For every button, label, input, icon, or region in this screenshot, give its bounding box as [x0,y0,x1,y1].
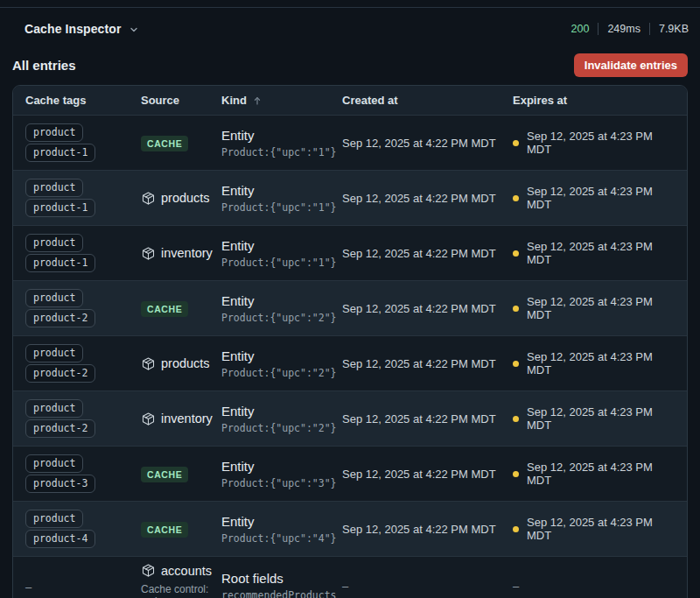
kind-detail: Product:{"upc":"1"} [221,146,342,158]
column-header-cache-tags: Cache tags [25,94,141,107]
created-at-cell: Sep 12, 2025 at 4:22 PM MDT [342,523,513,536]
cache-tag-pill: product [25,179,83,197]
cache-entry-row[interactable]: productproduct-1 products Entity Product… [13,170,687,225]
empty-value-dash: – [513,580,519,593]
empty-value-dash: – [342,580,348,593]
package-icon [141,563,156,578]
kind-title: Entity [221,183,342,198]
package-icon [141,246,156,261]
source-name: products [161,356,210,370]
source-name: products [161,191,210,205]
cache-inspector-panel: Cache Inspector 200 249ms 7.9KB All entr… [0,0,700,598]
created-at-cell: Sep 12, 2025 at 4:22 PM MDT [342,137,513,150]
cache-tags-cell: productproduct-2 [25,397,141,440]
created-at-cell: Sep 12, 2025 at 4:22 PM MDT [342,357,513,370]
cache-inspector-dropdown[interactable]: Cache Inspector [24,22,139,36]
chevron-down-icon [129,25,139,35]
expires-at-value: Sep 12, 2025 at 4:23 PM MDT [527,350,675,376]
cache-entry-row[interactable]: productproduct-4 CACHE Entity Product:{"… [13,501,687,556]
kind-detail: Product:{"upc":"2"} [221,367,342,379]
expiry-dot [513,526,519,532]
source-name: inventory [161,412,213,426]
kind-title: Entity [221,404,342,419]
kind-cell: Entity Product:{"upc":"2"} [221,404,342,434]
cache-entry-row[interactable]: productproduct-1 CACHE Entity Product:{"… [13,115,687,170]
cache-entry-row[interactable]: productproduct-2 inventory Entity Produc… [13,390,687,446]
expires-at-cell: Sep 12, 2025 at 4:23 PM MDT [513,130,675,156]
cache-entry-row[interactable]: productproduct-3 CACHE Entity Product:{"… [13,446,687,501]
cache-entry-row[interactable]: – accountsCache control:private Root fie… [13,556,687,598]
kind-cell: Entity Product:{"upc":"4"} [221,514,342,545]
expires-at-cell: Sep 12, 2025 at 4:23 PM MDT [513,405,675,432]
cache-tag-pill: product [25,399,83,418]
kind-title: Entity [221,459,342,474]
created-at-cell: Sep 12, 2025 at 4:22 PM MDT [342,468,513,481]
kind-detail: Product:{"upc":"4"} [221,532,342,545]
cache-tag-pill: product-1 [25,144,95,162]
kind-title: Root fields [221,571,342,586]
cache-entry-row[interactable]: productproduct-2 products Entity Product… [13,335,687,390]
kind-title: Entity [221,238,342,253]
subgraph-source: products [141,191,221,206]
expires-at-value: Sep 12, 2025 at 4:23 PM MDT [527,185,675,211]
kind-detail: Product:{"upc":"2"} [221,312,342,324]
column-header-created-at: Created at [342,94,513,107]
expiry-dot [513,416,519,422]
kind-title: Entity [221,128,342,143]
source-name: inventory [161,246,213,260]
cache-tag-pill: product [25,234,83,252]
cache-tags-cell: – [25,579,141,594]
package-icon [141,356,156,371]
expiry-dot [513,195,519,201]
kind-title: Entity [221,293,342,308]
cache-tag-pill: product-3 [25,475,95,493]
kind-cell: Entity Product:{"upc":"1"} [221,238,342,269]
kind-detail: Product:{"upc":"3"} [221,477,342,489]
empty-value-dash: – [25,580,32,594]
column-header-kind[interactable]: Kind [221,94,342,107]
kind-title: Entity [221,514,342,529]
subgraph-source: accounts [141,563,221,578]
cache-tag-pill: product-2 [25,364,95,383]
column-header-source: Source [141,94,221,107]
cache-entry-row[interactable]: productproduct-2 CACHE Entity Product:{"… [13,280,687,335]
expires-at-value: Sep 12, 2025 at 4:23 PM MDT [527,405,675,432]
expires-at-value: Sep 12, 2025 at 4:23 PM MDT [527,461,675,487]
source-cell: inventory [141,412,221,426]
kind-detail: Product:{"upc":"1"} [221,201,342,214]
expires-at-cell: – [513,580,675,593]
cache-badge: CACHE [141,301,188,317]
package-icon [141,412,156,426]
cache-tag-pill: product-1 [25,199,95,217]
status-code: 200 [571,23,590,35]
kind-cell: Entity Product:{"upc":"1"} [221,128,342,158]
sort-ascending-icon [252,95,262,106]
stats-divider [598,23,598,35]
kind-cell: Entity Product:{"upc":"3"} [221,459,342,489]
cache-tags-cell: productproduct-2 [25,287,141,329]
expires-at-cell: Sep 12, 2025 at 4:23 PM MDT [513,461,675,487]
kind-cell: Entity Product:{"upc":"2"} [221,293,342,324]
source-cell: CACHE [141,521,221,538]
created-at-cell: Sep 12, 2025 at 4:22 PM MDT [342,302,513,315]
expires-at-cell: Sep 12, 2025 at 4:23 PM MDT [513,240,675,266]
expiry-dot [513,140,519,146]
column-header-expires-at: Expires at [513,94,675,107]
invalidate-entries-button[interactable]: Invalidate entries [574,53,688,77]
source-cell: CACHE [141,466,221,482]
expires-at-value: Sep 12, 2025 at 4:23 PM MDT [527,295,675,321]
pane-top-border [0,7,700,8]
source-cell: accountsCache control:private [141,563,221,598]
response-size: 7.9KB [659,23,689,35]
kind-detail: Product:{"upc":"2"} [221,422,342,434]
subgraph-source: inventory [141,246,221,261]
kind-title: Entity [221,348,342,363]
cache-tag-pill: product [25,289,83,307]
cache-entry-row[interactable]: productproduct-1 inventory Entity Produc… [13,225,687,280]
cache-tag-pill: product [25,510,83,528]
cache-tags-cell: productproduct-1 [25,177,141,219]
cache-tags-cell: productproduct-1 [25,232,141,274]
expiry-dot [513,471,519,477]
source-name: accounts [161,564,212,578]
cache-badge: CACHE [141,136,188,151]
